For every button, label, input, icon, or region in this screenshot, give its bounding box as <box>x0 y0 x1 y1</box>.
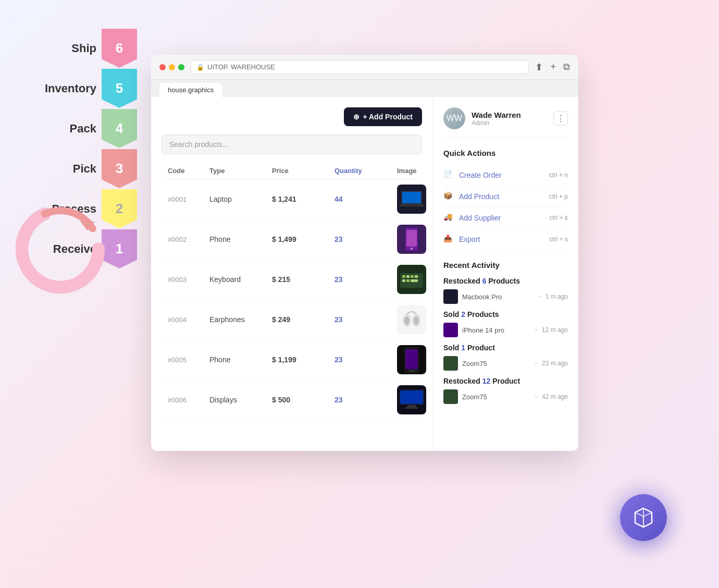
dot-maximize[interactable] <box>178 64 184 70</box>
step-inventory-label: Inventory <box>45 82 96 95</box>
macbook-time: 1 m ago <box>546 293 568 300</box>
row4-code: #0004 <box>168 316 209 324</box>
quick-actions-title: Quick Actions <box>443 149 568 157</box>
browser-actions: ⬆ + ⧉ <box>535 62 570 73</box>
tab-bar: house.graphics <box>151 80 578 97</box>
col-code: Code <box>168 167 209 175</box>
row2-price: $ 1,499 <box>272 235 334 243</box>
col-image: Image <box>397 167 432 175</box>
action-add-product-shortcut: ctrl + p <box>549 193 568 200</box>
row5-type: Phone <box>209 356 272 364</box>
action-add-product-label: Add Product <box>459 192 549 201</box>
floating-box-button[interactable] <box>620 494 667 541</box>
user-role: Admin <box>472 119 547 127</box>
svg-rect-15 <box>411 275 414 278</box>
address-text: UITOP. WAREHOUSE <box>207 63 275 71</box>
action-add-supplier[interactable]: 🚚 Add Supplier ctrl + k <box>443 207 568 229</box>
user-name: Wade Warren <box>472 111 547 119</box>
row5-code: #0005 <box>168 356 209 364</box>
activity-item-zoom75-2: Zoom75 − 42 m ago <box>443 389 568 404</box>
box-3d-icon <box>632 506 655 529</box>
svg-rect-9 <box>406 230 417 247</box>
action-create-order-label: Create Order <box>459 171 549 179</box>
dot-close[interactable] <box>159 64 166 70</box>
panel-header: ⊕ + Add Product <box>162 107 422 126</box>
action-add-product[interactable]: 📦 Add Product ctrl + p <box>443 186 568 207</box>
zoom75-product-2: Zoom75 <box>462 393 530 401</box>
step-pack-badge: 4 <box>102 109 137 148</box>
row6-price: $ 500 <box>272 396 334 404</box>
zoom75-time-1: 23 m ago <box>542 360 568 367</box>
row5-price: $ 1,199 <box>272 356 334 364</box>
row6-type: Displays <box>209 396 272 404</box>
svg-rect-18 <box>406 279 410 282</box>
step-process-badge: 2 <box>102 189 137 228</box>
row2-qty: 23 <box>334 235 397 243</box>
svg-rect-6 <box>399 204 424 206</box>
box-icon: 📦 <box>443 191 454 202</box>
action-create-order[interactable]: 📄 Create Order ctrl + n <box>443 165 568 186</box>
address-bar[interactable]: 🔒 UITOP. WAREHOUSE <box>191 60 529 74</box>
row3-code: #0003 <box>168 276 209 284</box>
dot-minimize[interactable] <box>169 64 175 70</box>
step-ship: Ship 6 <box>102 29 137 68</box>
truck-icon: 🚚 <box>443 213 454 223</box>
zoom75-thumb-1 <box>443 356 458 371</box>
activity-group-3-title: Sold 1 Product <box>443 344 568 352</box>
row3-image <box>397 265 426 294</box>
zoom75-thumb-2 <box>443 389 458 404</box>
activity-group-4: Restocked 12 Product Zoom75 − 42 m ago <box>443 377 568 404</box>
copy-icon[interactable]: ⧉ <box>563 62 570 73</box>
svg-rect-32 <box>407 405 416 407</box>
add-product-button[interactable]: ⊕ + Add Product <box>344 107 422 126</box>
activity-item-zoom75-1: Zoom75 − 23 m ago <box>443 356 568 371</box>
svg-point-23 <box>404 316 410 325</box>
svg-point-24 <box>414 316 419 325</box>
action-export[interactable]: 📤 Export ctrl + s <box>443 229 568 250</box>
lock-icon: 🔒 <box>196 64 204 71</box>
svg-rect-20 <box>397 305 426 334</box>
svg-rect-14 <box>406 275 410 278</box>
right-sidebar: WW Wade Warren Admin ⋮ Quick Actions 📄 C… <box>432 97 578 451</box>
action-export-label: Export <box>459 235 549 243</box>
row6-image <box>397 385 426 414</box>
activity-item-macbook: Macbook Pro − 1 m ago <box>443 289 568 304</box>
table-row: #0002 Phone $ 1,499 23 <box>162 219 422 260</box>
table-header: Code Type Price Quantity Image <box>162 163 422 179</box>
row2-code: #0002 <box>168 236 209 243</box>
svg-rect-28 <box>408 370 415 372</box>
inventory-panel: ⊕ + Add Product Search products... Code … <box>151 97 432 451</box>
active-tab[interactable]: house.graphics <box>159 83 222 97</box>
col-price: Price <box>272 167 334 175</box>
row2-type: Phone <box>209 235 272 243</box>
row4-image <box>397 305 426 334</box>
add-icon: ⊕ <box>353 113 360 121</box>
activity-group-2-title: Sold 2 Products <box>443 310 568 318</box>
user-avatar: WW <box>443 107 465 129</box>
cycle-icon <box>15 203 106 295</box>
action-add-supplier-shortcut: ctrl + k <box>549 214 568 222</box>
iphone-product: iPhone 14 pro <box>462 326 530 334</box>
row1-code: #0001 <box>168 195 209 203</box>
svg-rect-5 <box>402 192 421 203</box>
step-ship-badge: 6 <box>102 29 137 68</box>
step-pick: Pick 3 <box>102 149 137 188</box>
iphone-thumb <box>443 323 458 337</box>
svg-rect-17 <box>402 279 405 282</box>
new-tab-icon[interactable]: + <box>550 62 556 73</box>
share-icon[interactable]: ⬆ <box>535 62 543 73</box>
more-button[interactable]: ⋮ <box>553 111 568 126</box>
activity-group-4-title: Restocked 12 Product <box>443 377 568 385</box>
macbook-thumb <box>443 289 458 304</box>
row3-qty: 23 <box>334 275 397 284</box>
row4-qty: 23 <box>334 315 397 324</box>
search-bar[interactable]: Search products... <box>162 134 422 154</box>
activity-item-iphone: iPhone 14 pro − 12 m ago <box>443 323 568 337</box>
col-quantity: Quantity <box>334 167 397 175</box>
iphone-time: 12 m ago <box>542 326 568 334</box>
browser-chrome: 🔒 UITOP. WAREHOUSE ⬆ + ⧉ <box>151 55 578 80</box>
row4-price: $ 249 <box>272 315 334 324</box>
browser-dots <box>159 64 184 70</box>
row1-type: Laptop <box>209 195 272 203</box>
action-create-order-shortcut: ctrl + n <box>549 172 568 179</box>
